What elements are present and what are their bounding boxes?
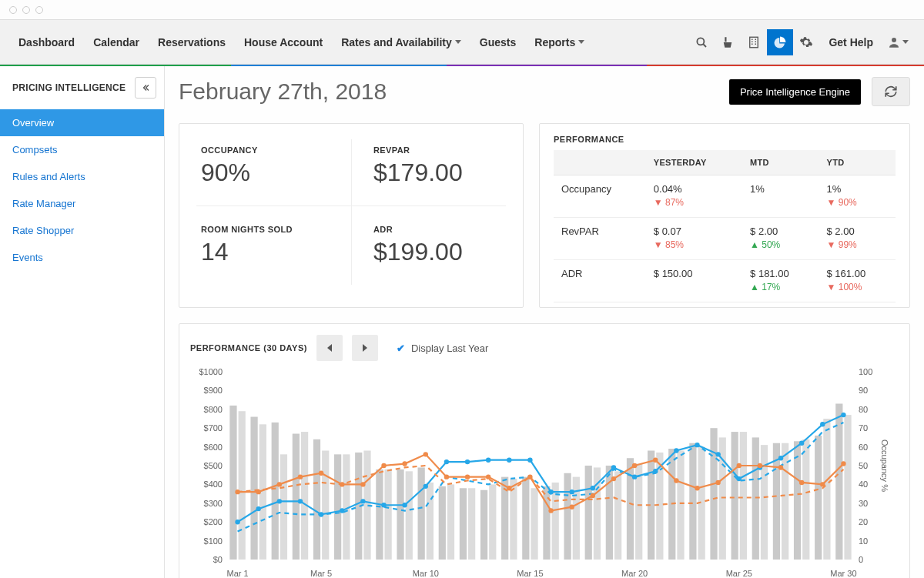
nav-reservations[interactable]: Reservations <box>150 30 233 55</box>
cleaning-icon[interactable] <box>715 29 741 55</box>
svg-point-116 <box>715 452 720 456</box>
svg-rect-37 <box>272 423 279 560</box>
svg-point-135 <box>486 474 490 479</box>
svg-point-145 <box>695 486 699 490</box>
sidebar-item-events[interactable]: Events <box>0 244 164 271</box>
svg-rect-81 <box>732 432 738 560</box>
svg-text:$900: $900 <box>204 386 223 395</box>
svg-text:Mar 30: Mar 30 <box>830 569 856 578</box>
row-label: ADR <box>554 260 646 302</box>
sidebar-item-rate-shopper[interactable]: Rate Shopper <box>0 217 164 244</box>
kpi-label: ROOM NIGHTS SOLD <box>201 225 293 234</box>
sidebar-item-overview[interactable]: Overview <box>0 109 164 136</box>
svg-rect-57 <box>480 490 487 560</box>
get-help-link[interactable]: Get Help <box>819 36 882 48</box>
svg-point-121 <box>820 422 825 426</box>
table-cell: $ 2.00▲ 50% <box>742 218 819 260</box>
svg-text:90: 90 <box>859 386 868 395</box>
svg-point-106 <box>507 457 511 462</box>
kpi-label: REVPAR <box>373 145 410 155</box>
performance-table: YESTERDAYMTDYTD Occupancy0.04%▼ 87%1%1%▼… <box>554 150 896 302</box>
svg-rect-67 <box>585 466 592 560</box>
svg-point-102 <box>424 484 428 489</box>
chevron-left-icon <box>327 344 332 352</box>
svg-text:$100: $100 <box>204 536 223 546</box>
row-label: Occupancy <box>554 175 646 218</box>
sidebar-item-rules-and-alerts[interactable]: Rules and Alerts <box>0 163 164 190</box>
kpi-label: OCCUPANCY <box>201 145 258 155</box>
nav-house-account[interactable]: House Account <box>236 30 330 55</box>
chart: $0$100$200$300$400$500$600$700$800$900$1… <box>190 367 899 578</box>
table-cell: $ 0.07▼ 85% <box>646 218 742 260</box>
kpi-value: 90% <box>201 159 346 187</box>
nav-guests[interactable]: Guests <box>472 30 524 55</box>
chart-next-button[interactable] <box>352 335 378 361</box>
svg-point-129 <box>360 482 365 486</box>
svg-text:50: 50 <box>859 461 868 470</box>
kpi-panel: OCCUPANCY 90% REVPAR $179.00 ROOM NIGHTS… <box>179 123 524 308</box>
kpi-adr: ADR $199.00 <box>351 205 506 285</box>
svg-rect-2 <box>750 37 758 48</box>
svg-text:60: 60 <box>859 443 868 452</box>
svg-text:30: 30 <box>859 499 868 508</box>
page-title: February 27th, 2018 <box>179 79 387 105</box>
svg-point-99 <box>360 499 365 503</box>
gear-icon[interactable] <box>793 29 819 55</box>
table-cell: $ 181.00▲ 17% <box>742 260 819 302</box>
svg-point-103 <box>444 459 449 464</box>
svg-point-132 <box>424 452 428 456</box>
kpi-occupancy: OCCUPANCY 90% <box>196 139 351 205</box>
pie-chart-icon[interactable] <box>767 29 793 55</box>
svg-point-140 <box>591 493 595 498</box>
svg-text:$700: $700 <box>204 423 223 433</box>
svg-text:$400: $400 <box>204 479 223 489</box>
svg-rect-40 <box>301 432 308 560</box>
svg-point-96 <box>298 499 303 503</box>
svg-point-142 <box>632 463 637 468</box>
svg-text:$600: $600 <box>204 443 223 452</box>
svg-point-95 <box>277 499 282 503</box>
svg-rect-79 <box>710 428 717 560</box>
chart-title: PERFORMANCE (30 DAYS) <box>190 343 307 352</box>
user-menu[interactable] <box>882 35 913 49</box>
display-last-year-toggle[interactable]: ✔ Display Last Year <box>397 342 488 354</box>
svg-rect-54 <box>447 484 454 560</box>
nav-reports[interactable]: Reports <box>527 30 592 55</box>
svg-point-126 <box>298 474 303 479</box>
building-icon[interactable] <box>741 29 767 55</box>
chevron-down-icon <box>578 40 584 44</box>
svg-point-147 <box>737 463 742 468</box>
sidebar-item-rate-manager[interactable]: Rate Manager <box>0 190 164 217</box>
svg-point-139 <box>570 504 574 509</box>
svg-text:Occupancy %: Occupancy % <box>880 439 889 492</box>
refresh-button[interactable] <box>872 77 910 106</box>
collapse-sidebar-button[interactable] <box>135 77 156 99</box>
svg-text:Mar 5: Mar 5 <box>310 569 332 578</box>
svg-rect-53 <box>439 486 446 560</box>
kpi-revpar: REVPAR $179.00 <box>351 139 506 205</box>
svg-rect-90 <box>823 419 830 560</box>
nav-calendar[interactable]: Calendar <box>85 30 147 55</box>
svg-point-94 <box>256 506 261 511</box>
svg-rect-49 <box>397 469 403 560</box>
sidebar-item-compsets[interactable]: Compsets <box>0 136 164 163</box>
svg-rect-70 <box>614 471 621 560</box>
window-min-dot <box>22 6 30 14</box>
svg-text:Mar 25: Mar 25 <box>726 569 752 578</box>
svg-point-110 <box>591 486 595 490</box>
sidebar: PRICING INTELLIGENCE OverviewCompsetsRul… <box>0 66 165 578</box>
chevron-right-icon <box>363 344 367 352</box>
svg-point-93 <box>235 520 239 524</box>
svg-rect-61 <box>522 477 529 560</box>
chart-prev-button[interactable] <box>316 335 343 361</box>
svg-point-119 <box>778 456 783 460</box>
svg-rect-86 <box>782 443 788 560</box>
svg-point-148 <box>758 463 762 468</box>
nav-rates-and-availability[interactable]: Rates and Availability <box>333 30 469 55</box>
search-icon[interactable] <box>688 29 715 55</box>
svg-rect-38 <box>280 454 287 560</box>
svg-rect-82 <box>740 432 747 560</box>
svg-rect-92 <box>844 415 851 560</box>
nav-dashboard[interactable]: Dashboard <box>11 30 82 55</box>
svg-rect-42 <box>322 450 329 560</box>
